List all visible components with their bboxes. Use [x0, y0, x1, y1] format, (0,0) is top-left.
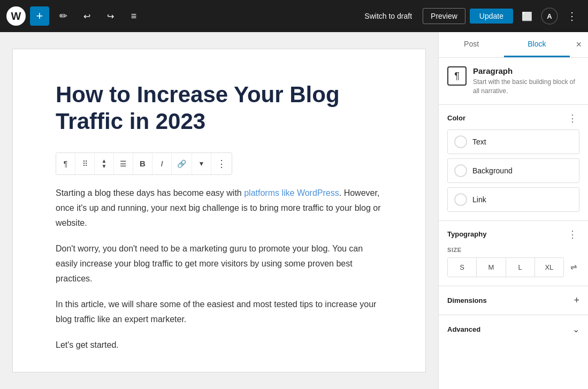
edit-button[interactable]: ✏	[54, 6, 73, 26]
size-small-button[interactable]: S	[448, 258, 477, 277]
background-color-circle	[454, 164, 467, 177]
text-color-label: Text	[472, 138, 486, 146]
chevron-down-icon: ⌄	[572, 325, 579, 334]
paragraph-4[interactable]: Let's get started.	[56, 338, 383, 353]
toolbar-right: Switch to draft Preview Update ⬜ A ⋮	[358, 6, 582, 26]
list-view-button[interactable]: ≡	[124, 6, 143, 26]
layout-button[interactable]: ⬜	[517, 6, 537, 26]
dimensions-section: Dimensions +	[439, 286, 588, 315]
link-icon: 🔗	[177, 159, 186, 168]
link-color-circle	[454, 193, 467, 206]
color-link-option[interactable]: Link	[447, 187, 579, 212]
more-options-button[interactable]: ⋮	[562, 6, 582, 26]
color-section-title: Color	[447, 114, 465, 122]
right-sidebar: Post Block × ¶ Paragraph Start with the …	[438, 32, 588, 389]
add-block-button[interactable]: +	[30, 6, 49, 26]
color-section-header: Color ⋮	[447, 113, 579, 123]
size-xlarge-button[interactable]: XL	[535, 258, 563, 277]
tab-block[interactable]: Block	[504, 32, 569, 57]
align-button[interactable]: ☰	[114, 153, 133, 174]
drag-handle-button[interactable]: ⠿	[75, 153, 95, 174]
block-info-text: Paragraph Start with the basic building …	[473, 66, 579, 96]
preview-button[interactable]: Preview	[423, 8, 465, 24]
ellipsis-icon: ⋮	[217, 158, 226, 170]
size-large-button[interactable]: L	[506, 258, 535, 277]
typography-more-button[interactable]: ⋮	[566, 230, 579, 239]
layout-icon: ⬜	[522, 11, 532, 21]
paragraph-icon: ¶	[64, 159, 68, 168]
drag-icon: ⠿	[82, 159, 88, 168]
undo-button[interactable]: ↩	[77, 6, 96, 26]
list-icon: ≡	[131, 11, 137, 22]
undo-icon: ↩	[83, 11, 90, 21]
astra-logo-button[interactable]: A	[541, 7, 558, 25]
main-area: How to Increase Your Blog Traffic in 202…	[0, 32, 588, 389]
wp-logo-letter: W	[11, 10, 21, 22]
post-title[interactable]: How to Increase Your Blog Traffic in 202…	[56, 81, 383, 135]
italic-icon: I	[161, 159, 163, 168]
size-filter-button[interactable]: ⇌	[568, 261, 579, 273]
wordpress-link[interactable]: platforms like WordPress	[244, 188, 339, 197]
advanced-section: Advanced ⌄	[439, 315, 588, 344]
paragraph-1[interactable]: Starting a blog these days has become ea…	[56, 186, 383, 231]
redo-icon: ↪	[107, 11, 114, 21]
color-background-option[interactable]: Background	[447, 158, 579, 183]
dimensions-expand-button[interactable]: +	[574, 295, 579, 306]
align-icon: ☰	[120, 159, 127, 168]
size-buttons-group: S M L XL	[447, 257, 564, 277]
italic-button[interactable]: I	[152, 153, 172, 174]
paragraph-2[interactable]: Don't worry, you don't need to be a mark…	[56, 241, 383, 286]
paragraph-block-icon: ¶	[454, 71, 460, 82]
more-icon: ⋮	[567, 10, 577, 22]
post-body: Starting a blog these days has become ea…	[56, 186, 383, 353]
color-text-option[interactable]: Text	[447, 129, 579, 154]
block-toolbar: ¶ ⠿ ▲ ▼ ☰ B I 🔗	[56, 152, 232, 175]
bold-icon: B	[140, 159, 146, 168]
typography-section: Typography ⋮ SIZE S M L XL ⇌	[439, 221, 588, 286]
advanced-expand-button[interactable]: ⌄	[572, 324, 579, 335]
move-up-button[interactable]: ▲ ▼	[95, 153, 114, 174]
editor-area: How to Increase Your Blog Traffic in 202…	[0, 32, 438, 389]
editor-content: How to Increase Your Blog Traffic in 202…	[13, 49, 425, 372]
more-rich-text-button[interactable]: ▼	[192, 153, 211, 174]
typography-section-title: Typography	[447, 230, 486, 238]
dimensions-header: Dimensions +	[447, 295, 579, 306]
update-button[interactable]: Update	[470, 9, 513, 24]
chevron-down-icon: ▼	[198, 160, 205, 167]
top-toolbar: W + ✏ ↩ ↪ ≡ Switch to draft Preview Upda…	[0, 0, 588, 32]
paragraph-type-button[interactable]: ¶	[56, 153, 75, 174]
wordpress-logo[interactable]: W	[6, 6, 26, 26]
size-label: SIZE	[447, 247, 579, 253]
sidebar-close-button[interactable]: ×	[570, 35, 589, 55]
pencil-icon: ✏	[59, 10, 67, 22]
switch-to-draft-button[interactable]: Switch to draft	[358, 9, 418, 24]
astra-letter: A	[547, 12, 552, 20]
link-color-label: Link	[472, 195, 486, 204]
tab-post[interactable]: Post	[439, 32, 504, 57]
color-more-button[interactable]: ⋮	[566, 113, 579, 123]
sidebar-header: Post Block ×	[439, 32, 588, 58]
paragraph-3[interactable]: In this article, we will share some of t…	[56, 297, 383, 327]
advanced-section-title: Advanced	[447, 325, 480, 333]
text-color-circle	[454, 135, 467, 148]
block-name-label: Paragraph	[473, 66, 579, 75]
background-color-label: Background	[472, 166, 513, 175]
color-section: Color ⋮ Text Background Link	[439, 105, 588, 221]
size-controls: S M L XL ⇌	[447, 257, 579, 277]
block-type-icon: ¶	[447, 66, 467, 86]
dimensions-section-title: Dimensions	[447, 296, 487, 304]
typography-header: Typography ⋮	[447, 230, 579, 239]
block-info: ¶ Paragraph Start with the basic buildin…	[439, 58, 588, 105]
block-options-button[interactable]: ⋮	[211, 153, 232, 174]
advanced-header: Advanced ⌄	[447, 324, 579, 335]
size-medium-button[interactable]: M	[477, 258, 506, 277]
move-down-icon: ▼	[102, 164, 107, 169]
block-description: Start with the basic building block of a…	[473, 78, 579, 96]
redo-button[interactable]: ↪	[101, 6, 120, 26]
bold-button[interactable]: B	[133, 153, 152, 174]
link-button[interactable]: 🔗	[172, 153, 192, 174]
